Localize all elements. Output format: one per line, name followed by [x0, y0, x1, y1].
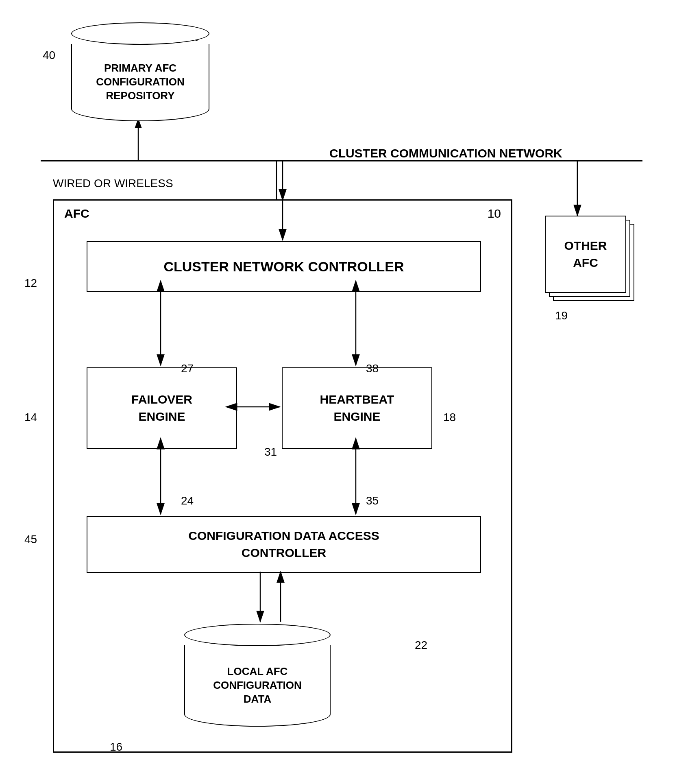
afc-label: AFC: [64, 207, 89, 221]
local-afc-config-label: LOCAL AFCCONFIGURATIONDATA: [213, 665, 302, 706]
cluster-comm-network-label: CLUSTER COMMUNICATION NETWORK: [329, 146, 562, 160]
afc-outer-box: AFC 10 CLUSTER NETWORK CONTROLLER FAILOV…: [53, 199, 512, 753]
local-afc-config: LOCAL AFCCONFIGURATIONDATA: [180, 624, 335, 727]
heartbeat-engine-label: HEARTBEATENGINE: [320, 391, 394, 425]
diagram: 40 20 PRIMARY AFCCONFIGURATIONREPOSITORY…: [0, 0, 688, 784]
cluster-network-controller-box: CLUSTER NETWORK CONTROLLER: [87, 241, 481, 292]
cluster-network-controller-label: CLUSTER NETWORK CONTROLLER: [163, 259, 404, 275]
ref-45-label: 45: [24, 533, 37, 546]
ref-35-label: 35: [366, 494, 379, 507]
ref-31-label: 31: [264, 446, 277, 459]
ref-12-label: 12: [24, 277, 37, 290]
ref-22-label: 22: [415, 639, 427, 652]
ref-14-label: 14: [24, 411, 37, 424]
primary-afc-repo: PRIMARY AFCCONFIGURATIONREPOSITORY: [63, 22, 218, 121]
ref-16-label: 16: [110, 740, 122, 753]
wired-wireless-label: WIRED OR WIRELESS: [53, 177, 173, 190]
ref-38-label: 38: [366, 362, 379, 375]
ref-18-label: 18: [443, 411, 456, 424]
heartbeat-engine-box: HEARTBEATENGINE: [282, 367, 432, 449]
ref-24-label: 24: [181, 494, 194, 507]
config-data-access-box: CONFIGURATION DATA ACCESSCONTROLLER: [87, 516, 481, 573]
config-data-access-label: CONFIGURATION DATA ACCESSCONTROLLER: [188, 527, 379, 561]
afc-number-label: 10: [488, 207, 501, 221]
ref-27-label: 27: [181, 362, 194, 375]
failover-engine-label: FAILOVERENGINE: [131, 391, 192, 425]
failover-engine-box: FAILOVERENGINE: [87, 367, 237, 449]
primary-afc-repo-label: PRIMARY AFCCONFIGURATIONREPOSITORY: [96, 61, 185, 103]
ref-40-label: 40: [43, 49, 55, 62]
ref-19-label: 19: [555, 309, 568, 322]
other-afc-label: OTHERAFC: [564, 237, 607, 271]
